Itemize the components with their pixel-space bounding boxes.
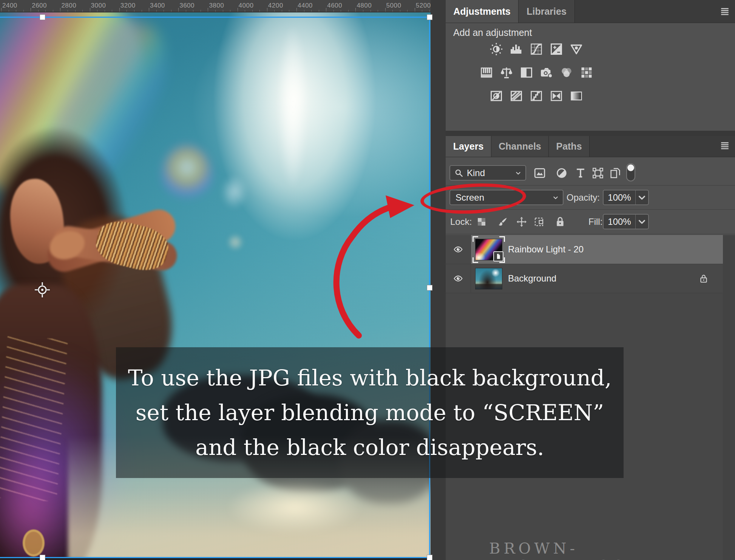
lock-position-icon[interactable]: [516, 216, 527, 227]
photo-filter-icon[interactable]: [539, 65, 554, 80]
channel-mixer-icon[interactable]: [559, 65, 574, 80]
fill-input[interactable]: 100%: [603, 214, 649, 229]
ruler-minor-tick: [245, 10, 245, 12]
vibrance-icon[interactable]: [569, 42, 584, 57]
ruler-minor-tick: [230, 10, 230, 12]
ruler-unit-label: 2400: [2, 2, 17, 9]
threshold-icon[interactable]: [529, 88, 544, 104]
invert-icon[interactable]: [489, 88, 503, 104]
layers-tabbar-spacer: [590, 136, 735, 157]
color-lookup-icon[interactable]: [579, 65, 594, 80]
transform-edge-bottom: [0, 557, 431, 558]
ruler-minor-tick: [415, 10, 415, 12]
chevron-down-icon: [514, 169, 522, 177]
smart-object-filter-icon[interactable]: [609, 167, 622, 179]
layer-lock-icon[interactable]: [699, 273, 709, 284]
transform-handle-bottom[interactable]: [40, 555, 45, 560]
adjustment-icon-grid: [446, 42, 627, 112]
ruler-unit-label: 3400: [150, 2, 165, 9]
tab-paths[interactable]: Paths: [549, 136, 590, 157]
ruler-unit-label: 2800: [61, 2, 76, 9]
tab-channels[interactable]: Channels: [491, 136, 549, 157]
transform-handle-right[interactable]: [427, 285, 432, 291]
tab-libraries[interactable]: Libraries: [519, 0, 575, 23]
pasteboard-strip: [0, 558, 431, 560]
ruler-minor-tick: [363, 10, 363, 12]
ruler-minor-tick: [68, 10, 68, 12]
rainbow-spot: [162, 145, 212, 201]
chevron-down-icon[interactable]: [635, 190, 648, 204]
hue-saturation-icon[interactable]: [479, 65, 494, 80]
background-photo-thumbnail: [475, 268, 502, 289]
ruler-minor-tick: [267, 10, 267, 12]
black-white-icon[interactable]: [519, 65, 534, 80]
panel-menu-icon[interactable]: [718, 7, 731, 17]
posterize-icon[interactable]: [509, 88, 523, 104]
tab-adjustments[interactable]: Adjustments: [446, 0, 519, 23]
ruler-unit-label: 4600: [327, 2, 342, 9]
levels-icon[interactable]: [509, 42, 523, 57]
ruler-minor-tick: [53, 10, 53, 12]
layer-row-content[interactable]: Background: [471, 264, 723, 293]
layer-row[interactable]: Background: [446, 264, 723, 293]
type-layer-filter-icon[interactable]: [574, 167, 587, 179]
layer-thumbnail[interactable]: [475, 239, 502, 260]
gradient-map-icon[interactable]: [569, 88, 584, 104]
sun-flare-streak: [278, 24, 308, 190]
ruler-unit-label: 3800: [209, 2, 224, 9]
smart-object-badge-icon: [493, 251, 503, 261]
layer-visibility-toggle[interactable]: [446, 235, 471, 264]
layer-filter-kind-select[interactable]: Kind: [449, 165, 526, 181]
transform-handle-top-right[interactable]: [427, 14, 432, 20]
ruler-minor-tick: [407, 10, 408, 12]
model-arm: [43, 206, 179, 276]
transform-handle-top[interactable]: [40, 14, 45, 20]
layer-row-content[interactable]: Rainbow Light - 20: [471, 235, 723, 264]
lock-transparency-icon[interactable]: [476, 216, 487, 227]
exposure-icon[interactable]: [549, 42, 564, 57]
rainbow-light-leak-secondary: [38, 12, 181, 186]
lock-label: Lock:: [450, 214, 472, 229]
fill-label[interactable]: Fill:: [588, 214, 602, 229]
lock-pixels-icon[interactable]: [497, 216, 508, 227]
light-speck: [227, 234, 244, 251]
pixel-layer-filter-icon[interactable]: [533, 167, 546, 179]
opacity-label[interactable]: Opacity:: [567, 190, 600, 205]
ruler-minor-tick: [134, 10, 134, 12]
ruler-minor-tick: [60, 10, 60, 12]
transform-reference-point-icon[interactable]: [34, 282, 51, 298]
color-balance-icon[interactable]: [499, 65, 514, 80]
ruler-minor-tick: [193, 10, 193, 12]
opacity-input[interactable]: 100%: [603, 190, 649, 205]
model-face: [6, 176, 68, 266]
layer-filtering-toggle[interactable]: [626, 163, 635, 181]
model-arm: [51, 224, 179, 273]
transform-handle-bottom-right[interactable]: [427, 555, 432, 560]
ruler-minor-tick: [259, 10, 260, 12]
ruler-minor-tick: [75, 10, 76, 12]
layer-visibility-toggle[interactable]: [446, 264, 471, 293]
ruler-minor-tick: [149, 10, 149, 12]
selection-bracket: [472, 257, 478, 263]
ruler-unit-label: 4400: [298, 2, 313, 9]
model-body: [0, 285, 102, 558]
ruler-minor-tick: [334, 10, 334, 12]
fill-value: 100%: [604, 217, 635, 227]
panel-menu-icon[interactable]: [718, 141, 731, 151]
lock-artboard-icon[interactable]: [533, 216, 545, 227]
ruler-minor-tick: [105, 10, 105, 12]
curves-icon[interactable]: [529, 42, 544, 57]
layer-thumbnail[interactable]: [475, 268, 502, 289]
lock-all-icon[interactable]: [554, 216, 566, 227]
brightness-contrast-icon[interactable]: [489, 42, 503, 57]
shape-layer-filter-icon[interactable]: [591, 167, 604, 179]
layer-row[interactable]: Rainbow Light - 20: [446, 235, 723, 264]
selective-color-icon[interactable]: [549, 88, 564, 104]
ruler-minor-tick: [252, 10, 253, 12]
horizontal-ruler[interactable]: 2400260028003000320034003600380040004200…: [0, 0, 431, 12]
adjustment-layer-filter-icon[interactable]: [555, 167, 568, 179]
tab-layers[interactable]: Layers: [446, 136, 491, 157]
chevron-down-icon[interactable]: [635, 215, 648, 229]
ruler-minor-tick: [341, 10, 341, 12]
ruler-minor-tick: [9, 10, 9, 12]
